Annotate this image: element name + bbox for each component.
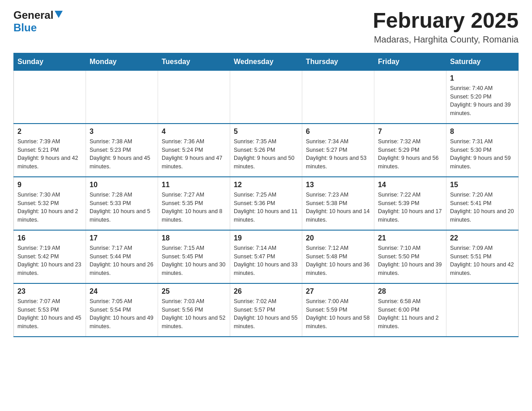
day-info: Sunrise: 7:32 AM Sunset: 5:29 PM Dayligh…: [378, 137, 442, 171]
day-info: Sunrise: 7:12 AM Sunset: 5:48 PM Dayligh…: [306, 244, 370, 278]
calendar-cell: 21Sunrise: 7:10 AM Sunset: 5:50 PM Dayli…: [374, 230, 446, 283]
calendar-cell: 6Sunrise: 7:34 AM Sunset: 5:27 PM Daylig…: [302, 124, 374, 177]
calendar-week-row: 9Sunrise: 7:30 AM Sunset: 5:32 PM Daylig…: [14, 177, 519, 230]
calendar-cell: 17Sunrise: 7:17 AM Sunset: 5:44 PM Dayli…: [86, 230, 158, 283]
calendar-cell: [86, 70, 158, 124]
day-number: 7: [378, 128, 442, 136]
day-number: 4: [162, 128, 226, 136]
calendar-table: SundayMondayTuesdayWednesdayThursdayFrid…: [13, 53, 519, 337]
calendar-cell: 20Sunrise: 7:12 AM Sunset: 5:48 PM Dayli…: [302, 230, 374, 283]
day-number: 23: [17, 287, 82, 295]
day-number: 20: [306, 234, 370, 242]
day-info: Sunrise: 7:35 AM Sunset: 5:26 PM Dayligh…: [234, 137, 298, 171]
day-number: 14: [378, 181, 442, 189]
day-info: Sunrise: 7:05 AM Sunset: 5:54 PM Dayligh…: [90, 297, 154, 331]
day-number: 3: [90, 128, 154, 136]
calendar-cell: 28Sunrise: 6:58 AM Sunset: 6:00 PM Dayli…: [374, 283, 446, 337]
calendar-day-header: Thursday: [302, 53, 374, 70]
day-number: 24: [90, 287, 154, 295]
calendar-cell: 15Sunrise: 7:20 AM Sunset: 5:41 PM Dayli…: [446, 177, 519, 230]
day-info: Sunrise: 7:39 AM Sunset: 5:21 PM Dayligh…: [17, 137, 82, 171]
calendar-cell: [158, 70, 230, 124]
logo-general-text: General: [13, 9, 53, 21]
calendar-cell: [14, 70, 86, 124]
day-number: 11: [162, 181, 226, 189]
calendar-cell: 14Sunrise: 7:22 AM Sunset: 5:39 PM Dayli…: [374, 177, 446, 230]
day-info: Sunrise: 7:25 AM Sunset: 5:36 PM Dayligh…: [234, 191, 298, 224]
day-number: 12: [234, 181, 298, 189]
calendar-cell: 27Sunrise: 7:00 AM Sunset: 5:59 PM Dayli…: [302, 283, 374, 337]
calendar-cell: 19Sunrise: 7:14 AM Sunset: 5:47 PM Dayli…: [230, 230, 302, 283]
calendar-cell: 26Sunrise: 7:02 AM Sunset: 5:57 PM Dayli…: [230, 283, 302, 337]
svg-marker-0: [55, 11, 63, 18]
page-subtitle: Madaras, Harghita County, Romania: [373, 34, 519, 45]
calendar-cell: [302, 70, 374, 124]
calendar-week-row: 23Sunrise: 7:07 AM Sunset: 5:53 PM Dayli…: [14, 283, 519, 337]
day-number: 5: [234, 128, 298, 136]
calendar-cell: 5Sunrise: 7:35 AM Sunset: 5:26 PM Daylig…: [230, 124, 302, 177]
day-info: Sunrise: 7:09 AM Sunset: 5:51 PM Dayligh…: [450, 244, 515, 278]
day-number: 19: [234, 234, 298, 242]
logo-arrow-icon: [55, 11, 63, 20]
day-info: Sunrise: 7:03 AM Sunset: 5:56 PM Dayligh…: [162, 297, 226, 331]
calendar-cell: 4Sunrise: 7:36 AM Sunset: 5:24 PM Daylig…: [158, 124, 230, 177]
day-number: 2: [17, 128, 82, 136]
calendar-cell: 16Sunrise: 7:19 AM Sunset: 5:42 PM Dayli…: [14, 230, 86, 283]
day-info: Sunrise: 7:14 AM Sunset: 5:47 PM Dayligh…: [234, 244, 298, 278]
day-info: Sunrise: 7:00 AM Sunset: 5:59 PM Dayligh…: [306, 297, 370, 331]
day-number: 6: [306, 128, 370, 136]
day-info: Sunrise: 7:22 AM Sunset: 5:39 PM Dayligh…: [378, 191, 442, 224]
calendar-header: SundayMondayTuesdayWednesdayThursdayFrid…: [14, 53, 519, 70]
day-number: 21: [378, 234, 442, 242]
day-info: Sunrise: 7:17 AM Sunset: 5:44 PM Dayligh…: [90, 244, 154, 278]
day-number: 17: [90, 234, 154, 242]
day-number: 15: [450, 181, 515, 189]
calendar-cell: 12Sunrise: 7:25 AM Sunset: 5:36 PM Dayli…: [230, 177, 302, 230]
calendar-cell: [230, 70, 302, 124]
calendar-body: 1Sunrise: 7:40 AM Sunset: 5:20 PM Daylig…: [14, 70, 519, 337]
day-number: 8: [450, 128, 515, 136]
page-header: General Blue February 2025 Madaras, Harg…: [13, 9, 519, 45]
day-info: Sunrise: 6:58 AM Sunset: 6:00 PM Dayligh…: [378, 297, 442, 331]
day-info: Sunrise: 7:02 AM Sunset: 5:57 PM Dayligh…: [234, 297, 298, 331]
calendar-cell: 24Sunrise: 7:05 AM Sunset: 5:54 PM Dayli…: [86, 283, 158, 337]
day-number: 9: [17, 181, 82, 189]
calendar-week-row: 16Sunrise: 7:19 AM Sunset: 5:42 PM Dayli…: [14, 230, 519, 283]
calendar-cell: 22Sunrise: 7:09 AM Sunset: 5:51 PM Dayli…: [446, 230, 519, 283]
calendar-cell: 3Sunrise: 7:38 AM Sunset: 5:23 PM Daylig…: [86, 124, 158, 177]
day-number: 27: [306, 287, 370, 295]
calendar-day-header: Saturday: [446, 53, 519, 70]
day-number: 13: [306, 181, 370, 189]
day-number: 26: [234, 287, 298, 295]
calendar-cell: 7Sunrise: 7:32 AM Sunset: 5:29 PM Daylig…: [374, 124, 446, 177]
day-number: 18: [162, 234, 226, 242]
day-number: 16: [17, 234, 82, 242]
day-number: 22: [450, 234, 515, 242]
day-number: 10: [90, 181, 154, 189]
calendar-day-header: Sunday: [14, 53, 86, 70]
calendar-cell: 13Sunrise: 7:23 AM Sunset: 5:38 PM Dayli…: [302, 177, 374, 230]
day-info: Sunrise: 7:30 AM Sunset: 5:32 PM Dayligh…: [17, 191, 82, 224]
day-info: Sunrise: 7:36 AM Sunset: 5:24 PM Dayligh…: [162, 137, 226, 171]
day-info: Sunrise: 7:34 AM Sunset: 5:27 PM Dayligh…: [306, 137, 370, 171]
day-number: 28: [378, 287, 442, 295]
day-info: Sunrise: 7:07 AM Sunset: 5:53 PM Dayligh…: [17, 297, 82, 331]
title-block: February 2025 Madaras, Harghita County, …: [373, 9, 519, 45]
day-info: Sunrise: 7:28 AM Sunset: 5:33 PM Dayligh…: [90, 191, 154, 224]
calendar-cell: 18Sunrise: 7:15 AM Sunset: 5:45 PM Dayli…: [158, 230, 230, 283]
calendar-cell: [446, 283, 519, 337]
calendar-cell: 1Sunrise: 7:40 AM Sunset: 5:20 PM Daylig…: [446, 70, 519, 124]
calendar-day-header: Friday: [374, 53, 446, 70]
day-info: Sunrise: 7:31 AM Sunset: 5:30 PM Dayligh…: [450, 137, 515, 171]
calendar-week-row: 1Sunrise: 7:40 AM Sunset: 5:20 PM Daylig…: [14, 70, 519, 124]
calendar-cell: 8Sunrise: 7:31 AM Sunset: 5:30 PM Daylig…: [446, 124, 519, 177]
calendar-cell: 10Sunrise: 7:28 AM Sunset: 5:33 PM Dayli…: [86, 177, 158, 230]
day-info: Sunrise: 7:20 AM Sunset: 5:41 PM Dayligh…: [450, 191, 515, 224]
day-info: Sunrise: 7:10 AM Sunset: 5:50 PM Dayligh…: [378, 244, 442, 278]
calendar-week-row: 2Sunrise: 7:39 AM Sunset: 5:21 PM Daylig…: [14, 124, 519, 177]
day-info: Sunrise: 7:38 AM Sunset: 5:23 PM Dayligh…: [90, 137, 154, 171]
logo: General Blue: [13, 9, 63, 34]
calendar-cell: 2Sunrise: 7:39 AM Sunset: 5:21 PM Daylig…: [14, 124, 86, 177]
calendar-day-header: Wednesday: [230, 53, 302, 70]
day-info: Sunrise: 7:27 AM Sunset: 5:35 PM Dayligh…: [162, 191, 226, 224]
